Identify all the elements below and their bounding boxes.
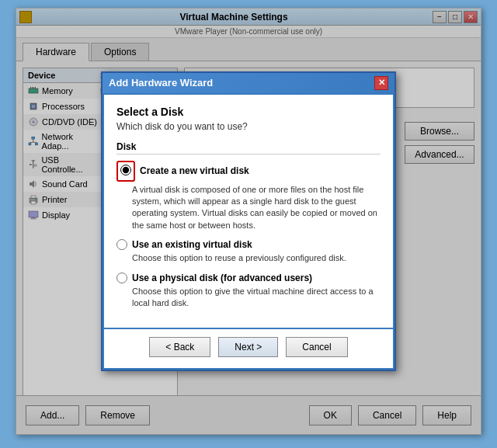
radio-new-virtual[interactable] — [120, 165, 131, 175]
add-hardware-dialog: Add Hardware Wizard ✕ Select a Disk Whic… — [101, 71, 396, 372]
radio-new-virtual-desc: A virtual disk is composed of one or mor… — [132, 184, 381, 232]
radio-option-existing: Use an existing virtual disk Choose this… — [116, 239, 381, 264]
radio-existing-desc: Choose this option to reuse a previously… — [132, 252, 381, 264]
main-window: Virtual Machine Settings − □ ✕ VMware Pl… — [16, 8, 481, 435]
radio-physical-disk[interactable] — [116, 273, 127, 283]
radio-physical-label: Use a physical disk (for advanced users) — [132, 273, 312, 283]
dialog-close-button[interactable]: ✕ — [374, 76, 388, 90]
radio-option-physical: Use a physical disk (for advanced users)… — [116, 273, 381, 310]
radio-new-virtual-label: Create a new virtual disk — [140, 165, 249, 176]
dialog-footer: < Back Next > Cancel — [104, 329, 393, 368]
dialog-overlay: Add Hardware Wizard ✕ Select a Disk Whic… — [16, 9, 481, 434]
dialog-title: Add Hardware Wizard — [109, 77, 213, 89]
dialog-cancel-button[interactable]: Cancel — [286, 337, 347, 357]
dialog-content: Select a Disk Which disk do you want to … — [104, 95, 393, 328]
dialog-title-bar: Add Hardware Wizard ✕ — [103, 73, 394, 93]
dialog-heading: Select a Disk — [116, 106, 381, 118]
disk-section-label: Disk — [116, 141, 381, 155]
radio-physical-desc: Choose this option to give the virtual m… — [132, 286, 381, 310]
back-button[interactable]: < Back — [149, 337, 210, 357]
radio-existing-label: Use an existing virtual disk — [132, 239, 252, 250]
radio-option-new-virtual: Create a new virtual disk A virtual disk… — [116, 161, 381, 232]
dialog-subheading: Which disk do you want to use? — [116, 121, 381, 132]
radio-existing-virtual[interactable] — [116, 239, 127, 250]
next-button[interactable]: Next > — [218, 337, 278, 357]
